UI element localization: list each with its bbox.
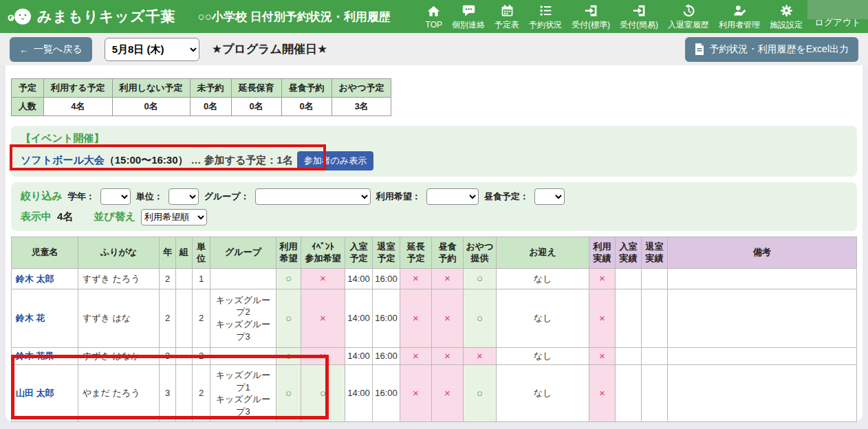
grade-filter-select[interactable] [100,188,131,205]
cell-note [668,365,857,422]
column-header: 単 位 [193,237,210,269]
cell-exit-actual [642,289,668,348]
nav-reception-standard[interactable]: 受付(標準) [567,0,615,33]
cell-groups: キッズグループ2 キッズグループ3 [210,289,276,348]
nav-reservation-status[interactable]: 予約状況 [524,0,567,33]
nav-label: TOP [426,20,442,30]
attendance-table: 児童名ふりがな年組単 位グループ利用 希望ｲﾍﾞﾝﾄ 参加希望入室 予定退室 予… [11,236,857,422]
cell-name: 鈴木 花果 [12,348,78,365]
list-icon [539,3,553,18]
column-header: グループ [210,237,276,269]
main-nav: TOP 個別連絡 予定表 予約状況 受付(標準) 受付(簡易) [421,0,868,33]
event-panel: 【イベント開催】 ソフトボール大会 （15:00〜16:30） … 参加する予定… [11,126,857,177]
cell-enter-actual [616,289,642,348]
cell-pickup: なし [497,365,589,422]
cell-event-request: × [301,269,345,289]
group-filter-select[interactable] [255,188,371,205]
summary-table: 予定 利用する予定 利用しない予定 未予約 延長保育 昼食予約 おやつ予定 人数… [11,78,391,116]
student-name-link[interactable]: 山田 太郎 [16,388,54,398]
column-header: 年 [160,237,176,269]
cell-kana: すずき たろう [78,269,160,289]
cell-note [668,289,857,348]
student-name-link[interactable]: 鈴木 花果 [16,351,54,361]
nav-label: 予約状況 [529,19,562,31]
nav-user-management[interactable]: 利用者管理 [714,0,765,33]
excel-button-label: 予約状況・利用履歴をExcel出力 [709,43,849,56]
column-header: おやつ 提供 [464,237,497,269]
showing-label: 表示中 [21,210,52,223]
cell-lunch-plan: × [432,348,464,365]
column-header: 備考 [668,237,857,269]
date-select[interactable]: 5月8日 (木) [105,38,199,61]
cell-event-request: × [301,289,345,348]
cell-exit-actual [642,269,668,289]
logout-button[interactable]: ログアウト [807,16,868,29]
cell-enter-plan: 14:00 [345,269,373,289]
nav-facility-settings[interactable]: 施設設定 [765,0,807,33]
lunch-filter-select[interactable] [534,188,565,205]
nav-schedule[interactable]: 予定表 [490,0,524,33]
cell-exit-actual [642,365,668,422]
document-icon [695,43,704,55]
summary-value-row: 人数 4名 0名 0名 0名 0名 3名 [12,98,391,116]
cell-exit-plan: 16:00 [373,365,400,422]
column-header: 延長 予定 [400,237,432,269]
cell-use-request: ○ [276,365,301,422]
student-name-link[interactable]: 鈴木 花 [16,313,45,323]
table-header-row: 児童名ふりがな年組単 位グループ利用 希望ｲﾍﾞﾝﾄ 参加希望入室 予定退室 予… [12,237,857,269]
column-header: 入室 実績 [616,237,642,269]
use-request-filter-label: 利用希望： [376,190,421,203]
summary-header: おやつ予定 [332,79,391,98]
cell-extend-plan: × [400,348,432,365]
cell-kana: やまだ たろう [78,365,160,422]
unit-filter-select[interactable] [169,188,199,205]
cell-pickup: なし [497,348,589,365]
page-title: ○○小学校 日付別予約状況・利用履歴 [197,9,390,25]
app-title: みまもりキッズ千葉 [37,7,175,26]
use-request-filter-select[interactable] [426,188,479,205]
nav-individual-contact[interactable]: 個別連絡 [447,0,490,33]
cell-extend-plan: × [400,269,432,289]
cell-use-actual: × [589,289,616,348]
logout-area[interactable]: ログアウト [807,0,868,33]
cell-lunch-plan: × [432,269,464,289]
cell-enter-plan: 14:00 [345,289,373,348]
nav-entry-exit-history[interactable]: 入退室履歴 [663,0,714,33]
event-participants-label: … 参加する予定：1名 [191,154,293,167]
event-row: ソフトボール大会 （15:00〜16:30） … 参加する予定：1名 参加者のみ… [21,151,847,170]
column-header: 利用 希望 [276,237,301,269]
cell-use-request: ○ [276,289,301,348]
cell-exit-actual [642,348,668,365]
student-name-link[interactable]: 鈴木 太郎 [16,274,54,284]
cell-event-request: × [301,348,345,365]
cell-grade: 3 [160,348,176,365]
cell-pickup: なし [497,289,589,348]
cell-snack: ○ [464,289,497,348]
back-to-list-button[interactable]: ← 一覧へ戻る [10,37,92,62]
summary-header: 延長保育 [231,79,281,98]
cell-unit: 1 [193,269,210,289]
table-row: 鈴木 太郎すずき たろう21○×14:0016:00××○なし× [12,269,857,289]
back-arrow-icon: ← [19,44,29,55]
cell-exit-plan: 16:00 [373,348,400,365]
cell-use-request: ○ [276,348,301,365]
cell-exit-plan: 16:00 [373,289,400,348]
nav-reception-simple[interactable]: 受付(簡易) [615,0,663,33]
event-name-link[interactable]: ソフトボール大会 [21,154,105,167]
nav-top[interactable]: TOP [421,0,447,33]
cell-snack: ○ [464,365,497,422]
cell-class [176,289,193,348]
mascot-icon [7,6,33,27]
nav-label: 施設設定 [770,19,803,31]
sign-in-icon [632,3,647,18]
show-participants-button[interactable]: 参加者のみ表示 [297,151,374,170]
cell-extend-plan: × [400,365,432,422]
filter-title: 絞り込み [21,190,63,203]
group-filter-label: グループ： [204,190,250,203]
cell-pickup: なし [497,269,589,289]
cell-grade: 2 [160,269,176,289]
sort-row: 表示中 4名 並び替え 利用希望順 [21,208,847,226]
sort-select[interactable]: 利用希望順 [141,209,207,226]
app-logo[interactable]: みまもりキッズ千葉 [7,6,175,27]
excel-export-button[interactable]: 予約状況・利用履歴をExcel出力 [685,37,858,62]
